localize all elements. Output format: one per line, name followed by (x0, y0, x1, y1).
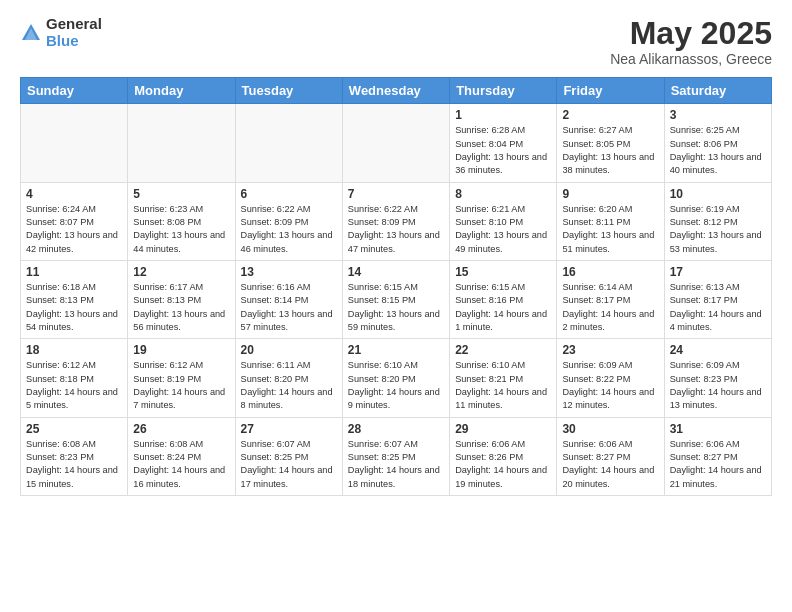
day-info: Sunrise: 6:07 AMSunset: 8:25 PMDaylight:… (348, 438, 444, 491)
day-info: Sunrise: 6:28 AMSunset: 8:04 PMDaylight:… (455, 124, 551, 177)
day-info: Sunrise: 6:16 AMSunset: 8:14 PMDaylight:… (241, 281, 337, 334)
day-number: 8 (455, 187, 551, 201)
calendar-cell: 27Sunrise: 6:07 AMSunset: 8:25 PMDayligh… (235, 417, 342, 495)
calendar-cell: 17Sunrise: 6:13 AMSunset: 8:17 PMDayligh… (664, 260, 771, 338)
calendar-cell: 3Sunrise: 6:25 AMSunset: 8:06 PMDaylight… (664, 104, 771, 182)
day-number: 20 (241, 343, 337, 357)
day-number: 28 (348, 422, 444, 436)
day-info: Sunrise: 6:15 AMSunset: 8:16 PMDaylight:… (455, 281, 551, 334)
calendar-cell: 9Sunrise: 6:20 AMSunset: 8:11 PMDaylight… (557, 182, 664, 260)
logo: General Blue (20, 16, 102, 49)
logo-blue: Blue (46, 33, 102, 50)
calendar-cell: 15Sunrise: 6:15 AMSunset: 8:16 PMDayligh… (450, 260, 557, 338)
day-info: Sunrise: 6:20 AMSunset: 8:11 PMDaylight:… (562, 203, 658, 256)
weekday-header-monday: Monday (128, 78, 235, 104)
calendar-cell: 13Sunrise: 6:16 AMSunset: 8:14 PMDayligh… (235, 260, 342, 338)
calendar-week-1: 1Sunrise: 6:28 AMSunset: 8:04 PMDaylight… (21, 104, 772, 182)
calendar-cell: 14Sunrise: 6:15 AMSunset: 8:15 PMDayligh… (342, 260, 449, 338)
calendar-cell: 30Sunrise: 6:06 AMSunset: 8:27 PMDayligh… (557, 417, 664, 495)
day-info: Sunrise: 6:25 AMSunset: 8:06 PMDaylight:… (670, 124, 766, 177)
logo-general: General (46, 16, 102, 33)
day-number: 24 (670, 343, 766, 357)
calendar-cell: 20Sunrise: 6:11 AMSunset: 8:20 PMDayligh… (235, 339, 342, 417)
day-info: Sunrise: 6:08 AMSunset: 8:24 PMDaylight:… (133, 438, 229, 491)
day-info: Sunrise: 6:06 AMSunset: 8:27 PMDaylight:… (562, 438, 658, 491)
day-info: Sunrise: 6:10 AMSunset: 8:20 PMDaylight:… (348, 359, 444, 412)
day-info: Sunrise: 6:19 AMSunset: 8:12 PMDaylight:… (670, 203, 766, 256)
logo-icon (20, 22, 42, 44)
day-number: 26 (133, 422, 229, 436)
day-info: Sunrise: 6:12 AMSunset: 8:18 PMDaylight:… (26, 359, 122, 412)
day-info: Sunrise: 6:13 AMSunset: 8:17 PMDaylight:… (670, 281, 766, 334)
calendar-cell: 29Sunrise: 6:06 AMSunset: 8:26 PMDayligh… (450, 417, 557, 495)
day-info: Sunrise: 6:12 AMSunset: 8:19 PMDaylight:… (133, 359, 229, 412)
day-number: 2 (562, 108, 658, 122)
calendar-week-5: 25Sunrise: 6:08 AMSunset: 8:23 PMDayligh… (21, 417, 772, 495)
weekday-header-row: SundayMondayTuesdayWednesdayThursdayFrid… (21, 78, 772, 104)
day-info: Sunrise: 6:06 AMSunset: 8:27 PMDaylight:… (670, 438, 766, 491)
day-number: 6 (241, 187, 337, 201)
day-info: Sunrise: 6:21 AMSunset: 8:10 PMDaylight:… (455, 203, 551, 256)
day-number: 21 (348, 343, 444, 357)
day-info: Sunrise: 6:27 AMSunset: 8:05 PMDaylight:… (562, 124, 658, 177)
location-subtitle: Nea Alikarnassos, Greece (610, 51, 772, 67)
calendar-cell: 23Sunrise: 6:09 AMSunset: 8:22 PMDayligh… (557, 339, 664, 417)
day-number: 19 (133, 343, 229, 357)
day-number: 27 (241, 422, 337, 436)
day-number: 22 (455, 343, 551, 357)
day-number: 16 (562, 265, 658, 279)
calendar-cell: 25Sunrise: 6:08 AMSunset: 8:23 PMDayligh… (21, 417, 128, 495)
title-block: May 2025 Nea Alikarnassos, Greece (610, 16, 772, 67)
day-number: 11 (26, 265, 122, 279)
page: General Blue May 2025 Nea Alikarnassos, … (0, 0, 792, 612)
day-number: 7 (348, 187, 444, 201)
calendar-cell: 21Sunrise: 6:10 AMSunset: 8:20 PMDayligh… (342, 339, 449, 417)
day-number: 25 (26, 422, 122, 436)
weekday-header-wednesday: Wednesday (342, 78, 449, 104)
calendar-cell: 31Sunrise: 6:06 AMSunset: 8:27 PMDayligh… (664, 417, 771, 495)
calendar-cell (21, 104, 128, 182)
day-info: Sunrise: 6:24 AMSunset: 8:07 PMDaylight:… (26, 203, 122, 256)
weekday-header-saturday: Saturday (664, 78, 771, 104)
calendar-cell (342, 104, 449, 182)
calendar-cell: 6Sunrise: 6:22 AMSunset: 8:09 PMDaylight… (235, 182, 342, 260)
calendar-week-2: 4Sunrise: 6:24 AMSunset: 8:07 PMDaylight… (21, 182, 772, 260)
day-info: Sunrise: 6:18 AMSunset: 8:13 PMDaylight:… (26, 281, 122, 334)
day-info: Sunrise: 6:22 AMSunset: 8:09 PMDaylight:… (348, 203, 444, 256)
day-number: 31 (670, 422, 766, 436)
day-number: 10 (670, 187, 766, 201)
day-number: 14 (348, 265, 444, 279)
day-number: 9 (562, 187, 658, 201)
calendar-cell (128, 104, 235, 182)
day-number: 1 (455, 108, 551, 122)
day-info: Sunrise: 6:23 AMSunset: 8:08 PMDaylight:… (133, 203, 229, 256)
day-info: Sunrise: 6:10 AMSunset: 8:21 PMDaylight:… (455, 359, 551, 412)
day-info: Sunrise: 6:14 AMSunset: 8:17 PMDaylight:… (562, 281, 658, 334)
day-number: 29 (455, 422, 551, 436)
day-info: Sunrise: 6:09 AMSunset: 8:23 PMDaylight:… (670, 359, 766, 412)
weekday-header-tuesday: Tuesday (235, 78, 342, 104)
weekday-header-friday: Friday (557, 78, 664, 104)
day-number: 23 (562, 343, 658, 357)
calendar-cell: 28Sunrise: 6:07 AMSunset: 8:25 PMDayligh… (342, 417, 449, 495)
day-info: Sunrise: 6:07 AMSunset: 8:25 PMDaylight:… (241, 438, 337, 491)
calendar-table: SundayMondayTuesdayWednesdayThursdayFrid… (20, 77, 772, 496)
calendar-cell: 10Sunrise: 6:19 AMSunset: 8:12 PMDayligh… (664, 182, 771, 260)
calendar-cell: 8Sunrise: 6:21 AMSunset: 8:10 PMDaylight… (450, 182, 557, 260)
day-info: Sunrise: 6:09 AMSunset: 8:22 PMDaylight:… (562, 359, 658, 412)
day-number: 17 (670, 265, 766, 279)
day-number: 13 (241, 265, 337, 279)
day-info: Sunrise: 6:11 AMSunset: 8:20 PMDaylight:… (241, 359, 337, 412)
day-number: 3 (670, 108, 766, 122)
calendar-cell: 7Sunrise: 6:22 AMSunset: 8:09 PMDaylight… (342, 182, 449, 260)
calendar-week-4: 18Sunrise: 6:12 AMSunset: 8:18 PMDayligh… (21, 339, 772, 417)
calendar-cell: 12Sunrise: 6:17 AMSunset: 8:13 PMDayligh… (128, 260, 235, 338)
day-info: Sunrise: 6:08 AMSunset: 8:23 PMDaylight:… (26, 438, 122, 491)
calendar-cell: 16Sunrise: 6:14 AMSunset: 8:17 PMDayligh… (557, 260, 664, 338)
calendar-cell: 5Sunrise: 6:23 AMSunset: 8:08 PMDaylight… (128, 182, 235, 260)
day-info: Sunrise: 6:17 AMSunset: 8:13 PMDaylight:… (133, 281, 229, 334)
day-number: 4 (26, 187, 122, 201)
calendar-cell: 19Sunrise: 6:12 AMSunset: 8:19 PMDayligh… (128, 339, 235, 417)
day-number: 30 (562, 422, 658, 436)
calendar-cell: 18Sunrise: 6:12 AMSunset: 8:18 PMDayligh… (21, 339, 128, 417)
